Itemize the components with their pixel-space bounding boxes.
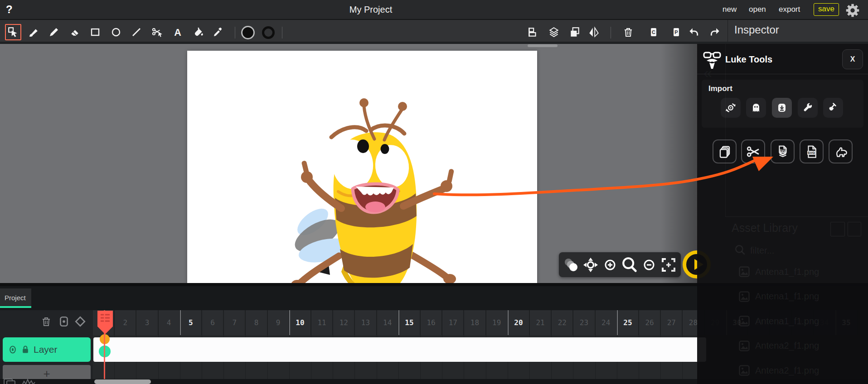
- frame-number-23[interactable]: 23: [573, 310, 595, 335]
- path-cursor-icon: [151, 26, 163, 38]
- image-icon: [4, 379, 15, 384]
- delete-frame-button[interactable]: [39, 315, 53, 328]
- zoom-in-button[interactable]: [601, 256, 619, 274]
- undo-button[interactable]: [685, 24, 702, 40]
- close-panel-button[interactable]: X: [842, 49, 863, 69]
- playhead[interactable]: [97, 310, 113, 335]
- import-download-button[interactable]: [772, 98, 792, 118]
- add-sound-button[interactable]: [22, 379, 35, 384]
- frame-number-13[interactable]: 13: [355, 310, 376, 335]
- tool-eraser[interactable]: [67, 24, 83, 40]
- frame-number-8[interactable]: 8: [246, 310, 267, 335]
- dinosaur-icon: [834, 144, 848, 159]
- frame-number-24[interactable]: 24: [596, 310, 617, 335]
- frame-number-21[interactable]: 21: [530, 310, 551, 335]
- import-ghost-button[interactable]: [746, 98, 766, 118]
- help-button[interactable]: ?: [6, 3, 13, 16]
- svg-stamp-tool-button[interactable]: SVG: [771, 139, 795, 163]
- project-title: My Project: [349, 5, 392, 15]
- paste-button[interactable]: P: [668, 24, 684, 40]
- frame-number-27[interactable]: 27: [661, 310, 682, 335]
- frame-number-5[interactable]: 5: [180, 310, 202, 335]
- asset-add-button-ghost: [830, 222, 845, 236]
- import-shovel-button[interactable]: [823, 98, 843, 118]
- onion-skin-toggle[interactable]: [57, 315, 71, 328]
- tool-line[interactable]: [128, 24, 145, 40]
- frame-number-7[interactable]: 7: [224, 310, 245, 335]
- import-wrench-button[interactable]: [798, 98, 818, 118]
- frame-number-18[interactable]: 18: [464, 310, 485, 335]
- ghost-divider: [725, 216, 868, 217]
- frame-number-10[interactable]: 10: [290, 310, 311, 335]
- delete-button[interactable]: [620, 24, 636, 40]
- frame-number-2[interactable]: 2: [115, 310, 136, 335]
- fill-color-swatch[interactable]: [241, 26, 255, 39]
- menu-new[interactable]: new: [723, 5, 737, 14]
- inspector-panel-header: Inspector: [727, 20, 868, 42]
- onion-skin-button[interactable]: [563, 256, 580, 274]
- menu-open[interactable]: open: [749, 5, 766, 14]
- frame-number-6[interactable]: 6: [202, 310, 223, 335]
- frame-tick: [289, 310, 290, 335]
- arrange-button[interactable]: [524, 24, 541, 40]
- download-icon: [776, 102, 787, 113]
- frame-number-20[interactable]: 20: [508, 310, 529, 335]
- add-image-button[interactable]: [4, 379, 15, 384]
- scissors-tool-button[interactable]: [741, 139, 765, 163]
- image-file-icon: [738, 265, 751, 278]
- onion-skin-icon: [58, 316, 70, 327]
- tool-pencil[interactable]: [46, 24, 62, 40]
- frame-number-4[interactable]: 4: [159, 310, 180, 335]
- frame-number-17[interactable]: 17: [442, 310, 464, 335]
- tool-cursor[interactable]: [5, 24, 21, 40]
- frame-number-3[interactable]: 3: [136, 310, 158, 335]
- frame-number-16[interactable]: 16: [421, 310, 442, 335]
- redo-button[interactable]: [707, 24, 723, 40]
- timeline-scrollbar[interactable]: [94, 379, 151, 384]
- svg-file-tool-button[interactable]: SVG: [800, 139, 824, 163]
- tool-path-cursor[interactable]: [149, 24, 165, 40]
- tool-brush[interactable]: [25, 24, 42, 40]
- add-keyframe-button[interactable]: [73, 315, 87, 328]
- zoom-tool-button[interactable]: [621, 256, 638, 274]
- tool-text[interactable]: A: [170, 24, 186, 40]
- paste-icon: P: [671, 27, 682, 38]
- menu-export[interactable]: export: [779, 5, 800, 14]
- layer-lock-icon[interactable]: [21, 345, 30, 354]
- playhead-line: [104, 310, 105, 384]
- frame-number-12[interactable]: 12: [333, 310, 354, 335]
- stroke-color-swatch[interactable]: [262, 26, 275, 39]
- tool-eyedropper[interactable]: [210, 24, 226, 40]
- layer-row[interactable]: Layer: [3, 337, 91, 362]
- tool-ellipse[interactable]: [108, 24, 124, 40]
- layers-button[interactable]: [546, 24, 562, 40]
- frame-number-14[interactable]: 14: [377, 310, 398, 335]
- zoom-out-button[interactable]: [640, 256, 658, 274]
- duplicate-button[interactable]: [567, 24, 583, 40]
- sync-gear-icon: [725, 102, 737, 114]
- tab-project[interactable]: Project: [0, 288, 31, 308]
- layer-visibility-icon[interactable]: [8, 345, 17, 354]
- flip-horizontal-button[interactable]: [586, 24, 602, 40]
- image-file-icon: [738, 364, 751, 377]
- settings-gear-icon[interactable]: [844, 2, 861, 19]
- frame-number-9[interactable]: 9: [268, 310, 289, 335]
- pages-tool-button[interactable]: [713, 139, 737, 163]
- horizontal-scrollbar[interactable]: [528, 44, 558, 47]
- frame-number-25[interactable]: 25: [617, 310, 639, 335]
- frame-number-11[interactable]: 11: [311, 310, 333, 335]
- toolbar-separator: [282, 27, 282, 38]
- frame-track[interactable]: [93, 337, 706, 362]
- frame-number-19[interactable]: 19: [486, 310, 508, 335]
- import-sync-gear-button[interactable]: [721, 98, 741, 118]
- svg-text:P: P: [674, 29, 678, 35]
- copy-button[interactable]: C: [645, 24, 662, 40]
- frame-number-22[interactable]: 22: [552, 310, 573, 335]
- frame-number-15[interactable]: 15: [399, 310, 420, 335]
- tool-fill-bucket[interactable]: [190, 24, 207, 40]
- pan-button[interactable]: [582, 256, 599, 274]
- tool-rectangle[interactable]: [87, 24, 103, 40]
- menu-save-button[interactable]: save: [814, 3, 839, 16]
- dinosaur-tool-button[interactable]: [829, 139, 853, 163]
- frame-number-26[interactable]: 26: [639, 310, 660, 335]
